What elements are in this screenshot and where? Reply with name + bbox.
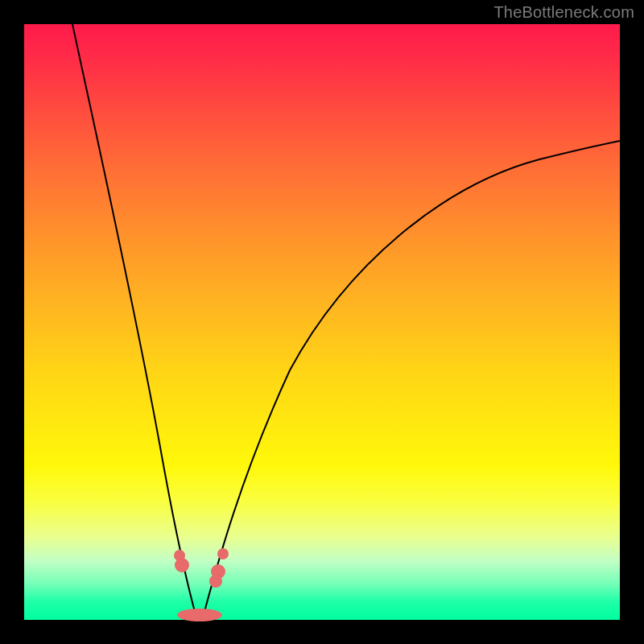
watermark-text: TheBottleneck.com [493, 3, 634, 22]
chart-svg [24, 24, 620, 620]
right-curve [203, 141, 620, 617]
marker-bottom-blob [177, 609, 222, 621]
marker-right-upper [217, 548, 229, 559]
left-curve [72, 24, 196, 617]
marker-right-lower [209, 575, 222, 588]
marker-left-lower [175, 558, 189, 572]
